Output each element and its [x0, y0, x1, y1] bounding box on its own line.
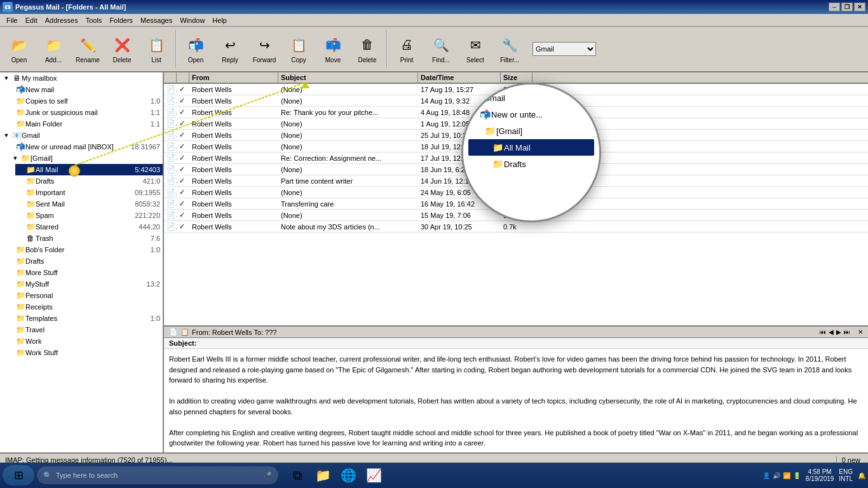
- mag-inbox-item[interactable]: 📬 New or unte...: [468, 106, 594, 123]
- sidebar-item-gmailsub[interactable]: ▼ 📁 [Gmail]: [10, 152, 163, 164]
- forward-icon: ↪: [254, 35, 275, 55]
- col-header-date[interactable]: Date/Time: [418, 72, 501, 83]
- sidebar-item-mymailbox[interactable]: ▼ 🖥 My mailbox: [0, 72, 163, 84]
- move-button[interactable]: 📫 Move: [316, 29, 349, 69]
- sidebar-item-morestuff[interactable]: 📁 More Stuff: [5, 267, 163, 278]
- menu-addresses[interactable]: Addresses: [41, 15, 82, 25]
- main-area: ▼ 🖥 My mailbox 📬 New mail 📁 Copies to se…: [0, 72, 868, 452]
- notification-icon[interactable]: 🔔: [858, 472, 865, 479]
- menu-window[interactable]: Window: [176, 15, 208, 25]
- menu-bar: File Edit Addresses Tools Folders Messag…: [0, 14, 868, 27]
- sidebar-item-trash[interactable]: 🗑 Trash 7:6: [15, 233, 163, 244]
- preview-nav-prev[interactable]: ◀: [829, 329, 834, 336]
- select-button[interactable]: ✉ Select: [459, 29, 492, 69]
- email-subject: (None): [278, 165, 418, 174]
- junk-label: Junk or suspicious mail: [25, 109, 151, 116]
- email-row[interactable]: 📄 ✓ Robert Wells Note about my 3DS artic…: [164, 221, 868, 233]
- sidebar-item-drafts[interactable]: 📁 Drafts 421:0: [15, 175, 163, 187]
- sidebar-item-inbox[interactable]: 📬 New or unread mail [INBOX] 18:31967: [5, 141, 163, 152]
- sidebar-item-spam[interactable]: 📁 Spam 221:220: [15, 210, 163, 221]
- sidebar-item-work[interactable]: 📁 Work: [5, 336, 163, 347]
- restore-button[interactable]: ❐: [841, 3, 853, 11]
- sidebar-item-gmail[interactable]: ▼ 📧 Gmail: [0, 130, 163, 141]
- sidebar-item-mainfolder[interactable]: 📁 Main Folder 1:1: [5, 118, 163, 130]
- preview-nav-first[interactable]: ⏮: [820, 329, 826, 336]
- sidebar-item-newmail[interactable]: 📬 New mail: [5, 84, 163, 95]
- title-bar: 📧 Pegasus Mail - [Folders - All Mail] ─ …: [0, 0, 868, 14]
- sidebar-item-allmail[interactable]: 📁 All Mail 5:42403: [15, 164, 163, 175]
- menu-tools[interactable]: Tools: [82, 15, 106, 25]
- reply-button[interactable]: ↩ Reply: [214, 29, 247, 69]
- delete-folder-button[interactable]: ❌ Delete: [105, 29, 139, 69]
- sidebar-item-drafts2[interactable]: 📁 Drafts: [5, 255, 163, 267]
- minimize-button[interactable]: ─: [829, 3, 840, 11]
- sidebar-item-templates[interactable]: 📁 Templates 1:0: [5, 313, 163, 324]
- add-folder-button[interactable]: 📁 Add...: [37, 29, 70, 69]
- email-subject: Re: Correction: Assignment ne...: [278, 154, 418, 163]
- expand-gmail[interactable]: ▼: [1, 130, 11, 140]
- find-button[interactable]: 🔍 Find...: [424, 29, 458, 69]
- sidebar-item-workstuff[interactable]: 📁 Work Stuff: [5, 347, 163, 358]
- taskbar-chrome[interactable]: 🌐: [337, 464, 360, 487]
- open-mail-button[interactable]: 📬 Open: [179, 29, 212, 69]
- email-from: Robert Wells: [189, 97, 278, 105]
- preview-close[interactable]: ✕: [858, 329, 863, 336]
- taskbar-search-text: Type here to search: [56, 471, 118, 479]
- sidebar-item-receipts[interactable]: 📁 Receipts: [5, 301, 163, 313]
- sidebar-item-copies[interactable]: 📁 Copies to self 1:0: [5, 95, 163, 107]
- important-label: Important: [36, 189, 135, 196]
- close-button[interactable]: ✕: [854, 3, 865, 11]
- sidebar-item-starred[interactable]: 📁 Starred 444:20: [15, 221, 163, 233]
- filter-button[interactable]: 🔧 Filter...: [493, 29, 526, 69]
- taskbar: ⊞ 🔍 Type here to search 🎤 ⧉ 📁 🌐 📈 👤 🔊 📶 …: [0, 463, 868, 488]
- mag-drafts-item[interactable]: 📁 Drafts: [468, 156, 594, 172]
- col-header-from[interactable]: From: [189, 72, 278, 83]
- expand-mymailbox[interactable]: ▼: [1, 73, 11, 83]
- window-controls: ─ ❐ ✕: [829, 3, 865, 11]
- email-flag: 📄: [164, 96, 177, 105]
- start-button[interactable]: ⊞: [3, 465, 34, 485]
- delete-mail-button[interactable]: 🗑 Delete: [351, 29, 384, 69]
- workstuff-icon: 📁: [15, 348, 25, 358]
- trash-count: 7:6: [151, 234, 160, 242]
- sidebar-item-sentmail[interactable]: 📁 Sent Mail 8059:32: [15, 198, 163, 210]
- email-flag: 📄: [164, 119, 177, 128]
- email-flag: 📄: [164, 210, 177, 220]
- sidebar-item-personal[interactable]: 📁 Personal: [5, 290, 163, 301]
- folder-dropdown[interactable]: Gmail: [532, 42, 596, 56]
- email-flag: 📄: [164, 222, 177, 231]
- sidebar-item-junk[interactable]: 📁 Junk or suspicious mail 1:1: [5, 107, 163, 118]
- expand-gmailsub[interactable]: ▼: [10, 153, 20, 163]
- preview-nav-next[interactable]: ▶: [836, 329, 841, 336]
- preview-nav-last[interactable]: ⏭: [844, 329, 850, 336]
- menu-help[interactable]: Help: [208, 15, 231, 25]
- rename-button[interactable]: ✏️ Rename: [71, 29, 104, 69]
- menu-edit[interactable]: Edit: [22, 15, 41, 25]
- taskbar-fileexplorer[interactable]: 📁: [311, 464, 334, 487]
- col-header-subject[interactable]: Subject: [278, 72, 418, 83]
- exp: [15, 222, 25, 232]
- taskbar-search-box[interactable]: 🔍 Type here to search 🎤: [37, 466, 278, 484]
- sidebar-item-travel[interactable]: 📁 Travel: [5, 324, 163, 336]
- taskbar-taskview[interactable]: ⧉: [286, 464, 309, 487]
- taskbar-app4[interactable]: 📈: [362, 464, 385, 487]
- email-subject: (None): [278, 211, 418, 220]
- copy-icon: 📋: [288, 35, 309, 55]
- sidebar-item-important[interactable]: 📁 Important 09:1955: [15, 187, 163, 198]
- personal-icon: 📁: [15, 290, 25, 301]
- print-button[interactable]: 🖨 Print: [390, 29, 423, 69]
- menu-messages[interactable]: Messages: [137, 15, 176, 25]
- open-folder-button[interactable]: 📂 Open: [3, 29, 36, 69]
- menu-file[interactable]: File: [3, 15, 22, 25]
- menu-folders[interactable]: Folders: [105, 15, 137, 25]
- col-header-size[interactable]: Size: [501, 72, 532, 83]
- microphone-icon[interactable]: 🎤: [263, 471, 272, 480]
- sidebar-item-bobsfolder[interactable]: 📁 Bob's Folder 1:0: [5, 244, 163, 255]
- sidebar-item-mystuff[interactable]: 📁 MyStuff 13:2: [5, 278, 163, 290]
- copy-button[interactable]: 📋 Copy: [282, 29, 315, 69]
- list-button[interactable]: 📋 List: [140, 29, 173, 69]
- mag-gmailsub-item[interactable]: 📁 [Gmail]: [468, 123, 594, 139]
- email-from: Robert Wells: [189, 108, 278, 117]
- mag-allmail-item[interactable]: 📁 All Mail: [468, 139, 594, 156]
- forward-button[interactable]: ↪ Forward: [248, 29, 281, 69]
